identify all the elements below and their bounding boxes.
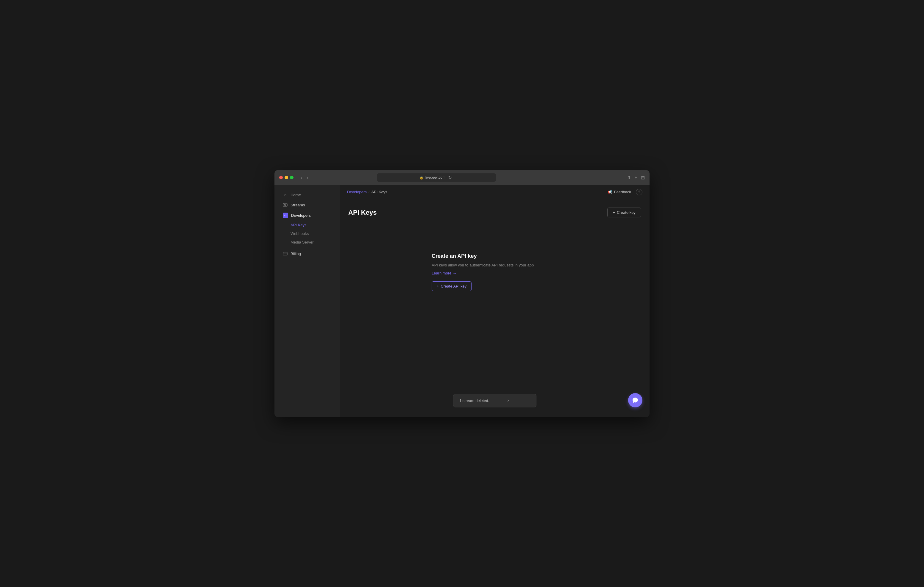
toast-message: 1 stream deleted. bbox=[459, 398, 489, 403]
toast-close-button[interactable]: × bbox=[507, 398, 509, 403]
empty-state-description: API keys allow you to authenticate API r… bbox=[432, 263, 534, 267]
learn-more-arrow: → bbox=[452, 271, 456, 275]
breadcrumb-current: API Keys bbox=[371, 190, 387, 194]
url-text: livepeer.com bbox=[426, 176, 446, 179]
svg-rect-0 bbox=[283, 203, 287, 206]
megaphone-icon: 📢 bbox=[607, 190, 612, 194]
browser-window: ‹ › 🔒 livepeer.com ↻ ⬆ + ⊞ ⌂ Home bbox=[274, 170, 650, 417]
page-title: API Keys bbox=[348, 209, 376, 217]
sidebar-item-billing[interactable]: Billing bbox=[277, 249, 338, 258]
sidebar-item-streams[interactable]: Streams bbox=[277, 200, 338, 210]
grid-button[interactable]: ⊞ bbox=[641, 175, 645, 181]
breadcrumb: Developers / API Keys bbox=[347, 190, 387, 194]
app-container: ⌂ Home Streams </> bbox=[274, 185, 650, 417]
empty-state-title: Create an API key bbox=[432, 253, 477, 259]
back-button[interactable]: ‹ bbox=[299, 174, 304, 181]
forward-button[interactable]: › bbox=[306, 174, 310, 181]
home-icon: ⌂ bbox=[283, 192, 287, 197]
learn-more-text: Learn more bbox=[432, 271, 451, 275]
sidebar-item-api-keys[interactable]: API Keys bbox=[277, 221, 338, 229]
learn-more-link[interactable]: Learn more → bbox=[432, 271, 456, 275]
new-tab-button[interactable]: + bbox=[635, 175, 637, 180]
sidebar-media-server-label: Media Server bbox=[290, 240, 314, 245]
page-content: API Keys + Create key Create an API key … bbox=[340, 199, 650, 417]
empty-state: Create an API key API keys allow you to … bbox=[432, 253, 641, 291]
chat-icon bbox=[632, 397, 639, 403]
share-button[interactable]: ⬆ bbox=[627, 175, 631, 181]
svg-text:</>: </> bbox=[284, 214, 287, 217]
plus-icon: + bbox=[613, 210, 615, 215]
address-bar[interactable]: 🔒 livepeer.com ↻ bbox=[377, 173, 496, 182]
browser-controls: ‹ › bbox=[299, 174, 309, 181]
sidebar-item-home[interactable]: ⌂ Home bbox=[277, 190, 338, 199]
create-api-plus-icon: + bbox=[437, 284, 439, 288]
feedback-button[interactable]: 📢 Feedback bbox=[607, 190, 631, 194]
developers-icon: </> bbox=[283, 213, 288, 218]
toast-notification: 1 stream deleted. × bbox=[453, 394, 536, 408]
breadcrumb-separator: / bbox=[368, 190, 370, 194]
create-api-key-button[interactable]: + Create API key bbox=[432, 281, 472, 291]
traffic-lights bbox=[279, 176, 294, 179]
top-bar: Developers / API Keys 📢 Feedback ? bbox=[340, 185, 650, 199]
sidebar: ⌂ Home Streams </> bbox=[274, 185, 340, 417]
feedback-label: Feedback bbox=[614, 190, 631, 194]
sidebar-item-developers[interactable]: </> Developers bbox=[277, 210, 338, 220]
svg-rect-4 bbox=[283, 252, 287, 255]
sidebar-home-label: Home bbox=[290, 193, 301, 197]
sidebar-webhooks-label: Webhooks bbox=[290, 231, 309, 236]
svg-point-1 bbox=[285, 204, 286, 206]
sidebar-api-keys-label: API Keys bbox=[290, 223, 306, 227]
maximize-button[interactable] bbox=[290, 176, 294, 179]
billing-icon bbox=[283, 251, 287, 256]
reload-button[interactable]: ↻ bbox=[447, 174, 453, 181]
sidebar-item-webhooks[interactable]: Webhooks bbox=[277, 230, 338, 238]
main-content: Developers / API Keys 📢 Feedback ? API K… bbox=[340, 185, 650, 417]
sidebar-item-media-server[interactable]: Media Server bbox=[277, 238, 338, 246]
help-button[interactable]: ? bbox=[636, 189, 642, 196]
create-key-button[interactable]: + Create key bbox=[607, 207, 641, 217]
browser-actions: ⬆ + ⊞ bbox=[627, 175, 645, 181]
sidebar-billing-label: Billing bbox=[290, 252, 301, 256]
sidebar-streams-label: Streams bbox=[290, 203, 305, 207]
lock-icon: 🔒 bbox=[419, 176, 424, 179]
page-header: API Keys + Create key bbox=[348, 207, 641, 217]
close-button[interactable] bbox=[279, 176, 283, 179]
browser-chrome: ‹ › 🔒 livepeer.com ↻ ⬆ + ⊞ bbox=[274, 170, 650, 185]
breadcrumb-parent-link[interactable]: Developers bbox=[347, 190, 367, 194]
minimize-button[interactable] bbox=[285, 176, 288, 179]
create-key-label: Create key bbox=[617, 210, 635, 215]
top-bar-actions: 📢 Feedback ? bbox=[607, 189, 642, 196]
sidebar-developers-label: Developers bbox=[291, 213, 311, 218]
create-api-key-label: Create API key bbox=[441, 284, 467, 288]
chat-button[interactable] bbox=[628, 393, 642, 408]
streams-icon bbox=[283, 202, 287, 207]
